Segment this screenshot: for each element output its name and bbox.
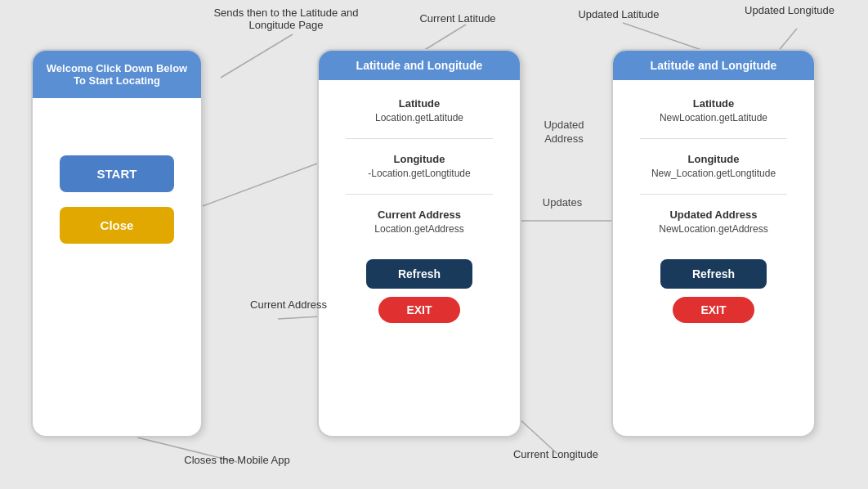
phone-3-body: Latitude NewLocation.getLatitude Longitu… bbox=[613, 80, 814, 331]
phone-3-address-row: Updated Address NewLocation.getAddress bbox=[659, 208, 767, 236]
sends-annotation: Sends then to the Latitude and Longitude… bbox=[196, 7, 376, 31]
phone-2-body: Latitude Location.getLatitude Longitude … bbox=[319, 80, 520, 331]
phone-3-header: Latitude and Longitude bbox=[613, 51, 814, 80]
phone-3-longitude-row: Longitude New_Location.getLongtitude bbox=[651, 152, 776, 181]
phone-2-exit-button[interactable]: EXIT bbox=[378, 297, 460, 323]
phone-3-exit-button[interactable]: EXIT bbox=[673, 297, 754, 323]
closes-app-annotation: Closes the Mobile App bbox=[159, 454, 315, 466]
phone-2: Latitude and Longitude Latitude Location… bbox=[317, 49, 521, 437]
phone-2-latitude-row: Latitude Location.getLatitude bbox=[375, 96, 463, 125]
updates-annotation: Updates bbox=[521, 196, 603, 209]
updated-latitude-annotation: Updated Latitude bbox=[549, 8, 688, 20]
current-address-annotation: Current Address bbox=[244, 298, 333, 311]
phone-3-latitude-row: Latitude NewLocation.getLatitude bbox=[660, 96, 767, 125]
svg-line-8 bbox=[221, 34, 293, 78]
phone-1-body: START Close bbox=[33, 98, 201, 252]
phone-2-header: Latitude and Longitude bbox=[319, 51, 520, 80]
phone-3-refresh-button[interactable]: Refresh bbox=[660, 259, 767, 289]
start-button[interactable]: START bbox=[60, 155, 174, 192]
current-longitude-annotation: Current Longitude bbox=[490, 448, 621, 460]
updated-address-annotation: UpdatedAddress bbox=[519, 119, 609, 146]
phone-3: Latitude and Longitude Latitude NewLocat… bbox=[611, 49, 816, 437]
phone-1-header: Welcome Click Down Below To Start Locati… bbox=[33, 51, 201, 98]
phone-2-address-row: Current Address Location.getAddress bbox=[374, 208, 463, 236]
phone-1: Welcome Click Down Below To Start Locati… bbox=[31, 49, 203, 437]
phone-2-refresh-button[interactable]: Refresh bbox=[366, 259, 472, 289]
updated-longitude-annotation: Updated Longitude bbox=[720, 4, 859, 16]
current-latitude-annotation: Current Latitude bbox=[400, 12, 515, 25]
phone-2-longitude-row: Longitude -Location.getLongtitude bbox=[368, 152, 470, 181]
close-button[interactable]: Close bbox=[60, 207, 174, 244]
svg-line-0 bbox=[203, 164, 317, 206]
